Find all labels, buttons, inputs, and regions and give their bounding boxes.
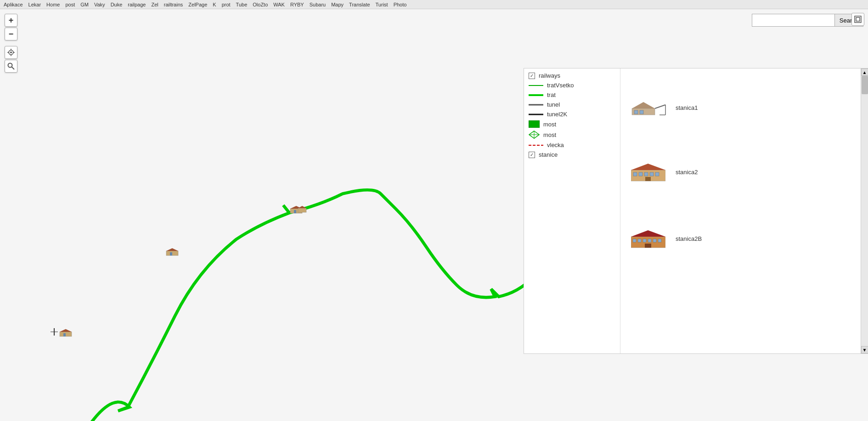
bookmark-bar: Aplikace Lekar Home post GM Vaky Duke ra… bbox=[0, 0, 868, 9]
scrollbar-down[interactable]: ▼ bbox=[861, 346, 868, 353]
svg-rect-50 bbox=[633, 239, 636, 242]
bookmark-gm[interactable]: GM bbox=[79, 1, 90, 8]
legend-item-tratVsetko: tratVsetko bbox=[529, 82, 615, 89]
svg-marker-41 bbox=[631, 164, 665, 170]
station-svg-2 bbox=[631, 162, 665, 182]
legend-item-trat: trat bbox=[529, 91, 615, 98]
svg-rect-12 bbox=[298, 208, 306, 212]
legend-label-most2: most bbox=[543, 131, 556, 138]
zoom-in-button[interactable]: + bbox=[5, 14, 17, 27]
legend-label-tunel2K: tunel2K bbox=[547, 111, 567, 118]
bookmark-ryby[interactable]: RYBY bbox=[288, 1, 306, 8]
map-controls: + − bbox=[5, 14, 17, 73]
bookmark-tube[interactable]: Tube bbox=[234, 1, 249, 8]
zoom-out-button[interactable]: − bbox=[5, 28, 17, 40]
bookmark-wak[interactable]: WAK bbox=[271, 1, 287, 8]
station-label-2: stanica2 bbox=[676, 169, 698, 176]
bookmark-olozto[interactable]: OloZto bbox=[251, 1, 270, 8]
legend-label-railways: railways bbox=[539, 72, 560, 79]
svg-rect-22 bbox=[855, 16, 861, 23]
svg-marker-49 bbox=[631, 230, 665, 237]
svg-rect-55 bbox=[658, 239, 661, 242]
map-station-icon-3b bbox=[298, 206, 307, 215]
svg-rect-43 bbox=[639, 172, 643, 176]
svg-rect-53 bbox=[648, 239, 651, 242]
station-icon-2 bbox=[630, 160, 666, 183]
map-station-icon-2 bbox=[165, 248, 179, 258]
legend-checkbox-stanice[interactable] bbox=[529, 152, 535, 158]
legend-label-most1: most bbox=[543, 121, 556, 128]
svg-rect-56 bbox=[645, 244, 651, 248]
svg-rect-47 bbox=[645, 177, 651, 181]
svg-rect-54 bbox=[653, 239, 656, 242]
legend-line-vlecka bbox=[529, 143, 543, 147]
bookmark-zelpage[interactable]: ZelPage bbox=[186, 1, 209, 8]
station-svg-1 bbox=[630, 98, 666, 117]
map-station-icon-1 bbox=[59, 329, 73, 339]
legend-item-tunel: tunel bbox=[529, 101, 615, 108]
svg-marker-34 bbox=[632, 102, 655, 108]
search-bar: Search bbox=[752, 14, 863, 27]
locate-button[interactable] bbox=[5, 46, 17, 59]
legend-panel: railways tratVsetko trat t bbox=[524, 68, 868, 354]
station-icon-3 bbox=[630, 227, 666, 250]
legend-item-railways: railways bbox=[529, 72, 615, 79]
search-map-icon bbox=[7, 63, 15, 70]
legend-checkbox-railways[interactable] bbox=[529, 73, 535, 79]
legend-icon-most2 bbox=[529, 131, 540, 139]
svg-line-35 bbox=[655, 105, 665, 108]
svg-marker-13 bbox=[298, 206, 306, 208]
bookmark-railpage[interactable]: railpage bbox=[126, 1, 147, 8]
legend-item-vlecka: vlecka bbox=[529, 142, 615, 148]
bookmark-turist[interactable]: Turist bbox=[374, 1, 390, 8]
legend-label-tratVsetko: tratVsetko bbox=[547, 82, 574, 89]
legend-item-most1: most bbox=[529, 120, 615, 128]
svg-rect-23 bbox=[856, 17, 860, 21]
svg-rect-8 bbox=[170, 252, 172, 256]
search-input[interactable] bbox=[752, 14, 834, 27]
map-area: + − Search bbox=[0, 9, 868, 421]
bookmark-lekar[interactable]: Lekar bbox=[27, 1, 43, 8]
svg-rect-44 bbox=[644, 172, 648, 176]
map-station-junction bbox=[50, 327, 59, 338]
station-entry-1: stanica1 bbox=[630, 96, 698, 119]
svg-rect-51 bbox=[638, 239, 641, 242]
expand-button[interactable] bbox=[851, 13, 864, 26]
bookmark-photo[interactable]: Photo bbox=[392, 1, 409, 8]
bookmark-railtrains[interactable]: railtrains bbox=[162, 1, 185, 8]
legend-item-stanice: stanice bbox=[529, 151, 615, 158]
bookmark-subaru[interactable]: Subaru bbox=[308, 1, 327, 8]
scrollbar-thumb[interactable] bbox=[862, 76, 868, 94]
svg-marker-7 bbox=[166, 248, 178, 251]
svg-rect-28 bbox=[529, 120, 540, 128]
svg-rect-39 bbox=[640, 110, 643, 114]
svg-rect-38 bbox=[634, 110, 638, 114]
bookmark-duke[interactable]: Duke bbox=[109, 1, 124, 8]
legend-layer-list: railways tratVsetko trat t bbox=[524, 68, 620, 353]
bookmark-aplikace[interactable]: Aplikace bbox=[2, 1, 25, 8]
bookmark-k[interactable]: K bbox=[211, 1, 218, 8]
locate-icon bbox=[7, 49, 15, 56]
bookmark-post[interactable]: post bbox=[63, 1, 77, 8]
bookmark-mapy[interactable]: Mapy bbox=[329, 1, 345, 8]
legend-label-stanice: stanice bbox=[539, 151, 558, 158]
legend-label-vlecka: vlecka bbox=[547, 142, 564, 148]
bookmark-translate[interactable]: Translate bbox=[347, 1, 372, 8]
svg-rect-42 bbox=[633, 172, 637, 176]
legend-station-list: stanica1 bbox=[620, 68, 861, 353]
bookmark-prot[interactable]: prot bbox=[220, 1, 232, 8]
legend-scrollbar: ▲ ▼ bbox=[861, 68, 868, 353]
legend-label-trat: trat bbox=[547, 91, 556, 98]
search-map-button[interactable] bbox=[5, 60, 17, 73]
scrollbar-up[interactable]: ▲ bbox=[861, 68, 868, 76]
bookmark-zel[interactable]: Zel bbox=[149, 1, 160, 8]
station-svg-3 bbox=[631, 228, 665, 249]
svg-point-20 bbox=[8, 63, 12, 68]
svg-rect-45 bbox=[650, 172, 654, 176]
bookmark-vaky[interactable]: Vaky bbox=[92, 1, 107, 8]
legend-icon-most1 bbox=[529, 120, 540, 128]
bookmark-home[interactable]: Home bbox=[45, 1, 62, 8]
station-label-3: stanica2B bbox=[676, 235, 702, 242]
legend-item-tunel2K: tunel2K bbox=[529, 111, 615, 118]
svg-marker-4 bbox=[60, 329, 72, 332]
